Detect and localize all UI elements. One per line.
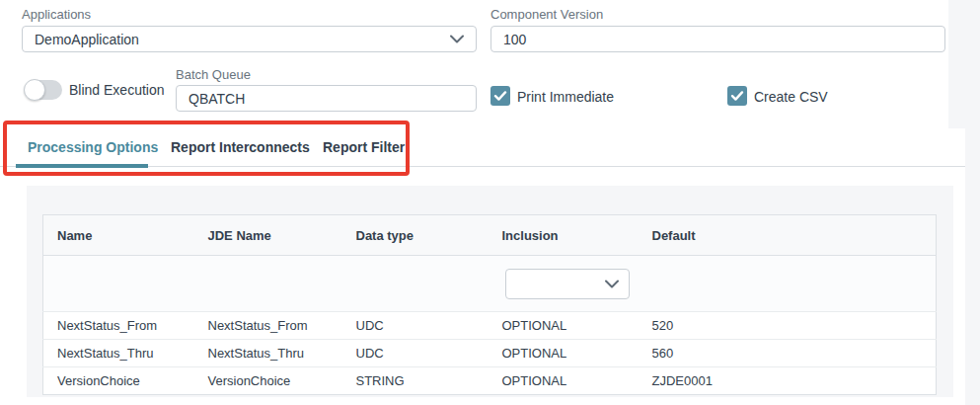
right-edge-panel <box>965 128 980 405</box>
cell-jde-name: VersionChoice <box>194 367 342 395</box>
cell-data-type: UDC <box>342 312 489 340</box>
column-header-default: Default <box>639 215 937 256</box>
batch-queue-input[interactable]: QBATCH <box>176 85 477 112</box>
chevron-down-icon <box>450 35 464 43</box>
inclusion-filter-select[interactable] <box>505 269 630 299</box>
cell-name: NextStatus_Thru <box>43 340 194 367</box>
cell-name: VersionChoice <box>43 367 194 395</box>
column-header-jde-name: JDE Name <box>194 215 342 256</box>
cell-inclusion: OPTIONAL <box>489 367 639 395</box>
report-configuration-screen: Applications DemoApplication Component V… <box>0 0 980 405</box>
cell-inclusion: OPTIONAL <box>489 312 639 340</box>
create-csv-checkbox[interactable] <box>727 86 747 106</box>
blind-execution-label: Blind Execution <box>69 82 165 98</box>
processing-options-table: Name JDE Name Data type Inclusion Defaul… <box>42 214 937 395</box>
cell-inclusion: OPTIONAL <box>489 340 639 367</box>
tab-report-filter[interactable]: Report Filter <box>323 139 405 155</box>
component-version-value: 100 <box>503 32 526 47</box>
table-row[interactable]: VersionChoice VersionChoice STRING OPTIO… <box>43 367 937 395</box>
active-tab-underline <box>16 164 148 168</box>
column-header-data-type: Data type <box>342 215 489 256</box>
cell-data-type: STRING <box>342 367 489 395</box>
check-icon <box>493 90 507 102</box>
cell-default: 560 <box>639 340 937 367</box>
batch-queue-label: Batch Queue <box>176 67 251 82</box>
component-version-label: Component Version <box>490 7 603 22</box>
cell-default: ZJDE0001 <box>639 367 937 395</box>
check-icon <box>730 90 744 102</box>
cell-jde-name: NextStatus_Thru <box>194 340 342 367</box>
cell-data-type: UDC <box>342 340 489 367</box>
create-csv-label: Create CSV <box>754 89 828 105</box>
applications-label: Applications <box>22 7 91 22</box>
batch-queue-value: QBATCH <box>188 91 245 107</box>
table-row[interactable]: NextStatus_Thru NextStatus_Thru UDC OPTI… <box>43 340 937 367</box>
chevron-down-icon <box>605 280 619 288</box>
table-row[interactable]: NextStatus_From NextStatus_From UDC OPTI… <box>43 312 937 340</box>
column-header-name: Name <box>43 215 194 256</box>
tab-report-interconnects[interactable]: Report Interconnects <box>171 139 310 155</box>
toggle-knob <box>24 79 45 101</box>
print-immediate-checkbox[interactable] <box>490 86 510 106</box>
cell-jde-name: NextStatus_From <box>194 312 342 340</box>
applications-select-value: DemoApplication <box>35 32 139 47</box>
table-header-row: Name JDE Name Data type Inclusion Defaul… <box>43 215 937 256</box>
cell-name: NextStatus_From <box>43 312 194 340</box>
applications-select[interactable]: DemoApplication <box>22 26 477 52</box>
cell-default: 520 <box>639 312 937 340</box>
tab-processing-options[interactable]: Processing Options <box>28 139 158 155</box>
column-header-inclusion: Inclusion <box>489 215 639 256</box>
right-edge-panel-top <box>948 0 980 128</box>
blind-execution-toggle[interactable] <box>25 80 62 100</box>
print-immediate-label: Print Immediate <box>517 89 614 105</box>
component-version-input[interactable]: 100 <box>490 26 945 52</box>
filter-row <box>43 256 937 312</box>
